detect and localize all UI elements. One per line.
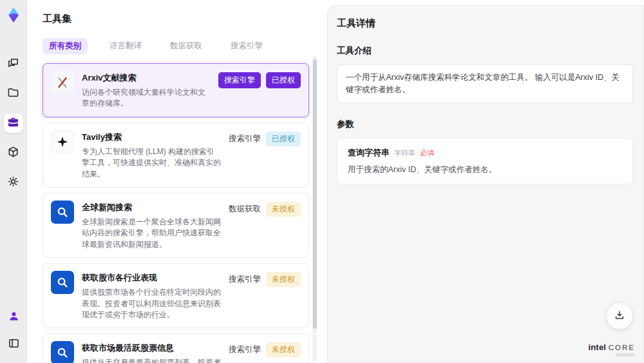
download-icon: [614, 309, 625, 323]
tool-description: 专为人工智能代理 (LLM) 构建的搜索引擎工具，可快速提供实时、准确和真实的结…: [82, 146, 221, 180]
status-badge: 未授权: [266, 202, 301, 217]
tool-tags: 搜索引擎未授权: [229, 341, 301, 363]
chat-icon: [7, 57, 19, 72]
user-avatar[interactable]: [4, 308, 23, 327]
scrollbar-thumb[interactable]: [313, 59, 317, 329]
category-label: 数据获取: [229, 202, 261, 217]
briefcase-icon: [7, 116, 19, 131]
brand-sub-mark: [616, 353, 635, 357]
blue-search-icon: [51, 201, 74, 224]
tool-details-panel: 工具详情 工具介绍 一个用于从Arxiv存储库搜索科学论文和文章的工具。 输入可…: [327, 5, 644, 363]
tool-card[interactable]: Arxiv文献搜索 访问各个研究领域大量科学论文和文章的存储库。 搜索引擎已授权: [43, 63, 309, 117]
collapse-panel-button[interactable]: [4, 335, 23, 354]
tool-description: 提供当天交易量最高的股票列表，投资者可以利用这些信息来识别流动性强的股票和潜在的…: [82, 357, 221, 363]
download-button[interactable]: [606, 302, 633, 329]
toolset-title: 工具集: [43, 13, 312, 25]
tavily-icon: [51, 130, 74, 153]
tool-tags: 数据获取未授权: [229, 201, 301, 250]
details-title: 工具详情: [337, 17, 633, 30]
blue-search-icon: [51, 271, 74, 294]
arxiv-icon: [51, 71, 74, 94]
intro-text-box: 一个用于从Arxiv存储库搜索科学论文和文章的工具。 输入可以是Arxiv ID…: [337, 64, 633, 103]
panel-collapse-icon: [8, 337, 20, 352]
tool-title: Tavily搜索: [82, 132, 221, 143]
tool-tags: 搜索引擎已授权: [218, 71, 301, 110]
tool-description: 提供股票市场各个行业在特定时间段内的表现。投资者可以利用这些信息来识别表现优于或…: [82, 287, 221, 320]
tool-card[interactable]: Tavily搜索 专为人工智能代理 (LLM) 构建的搜索引擎工具，可快速提供实…: [43, 123, 309, 188]
tool-card[interactable]: 获取股市各行业表现 提供股票市场各个行业在特定时间段内的表现。投资者可以利用这些…: [43, 263, 309, 328]
brand-core-text: CORE: [609, 344, 635, 351]
parameter-required-badge: 必填: [420, 148, 434, 158]
sidebar-nav: [4, 54, 23, 192]
sidebar-item-settings[interactable]: [4, 173, 23, 192]
sidebar-bottom: [0, 308, 27, 354]
intel-core-logo: intel CORE: [588, 342, 635, 357]
gear-icon: [7, 175, 19, 190]
tool-card-list: Arxiv文献搜索 访问各个研究领域大量科学论文和文章的存储库。 搜索引擎已授权…: [43, 63, 309, 363]
tool-title: 全球新闻搜索: [82, 202, 221, 213]
status-badge: 已授权: [266, 132, 301, 146]
category-label: 搜索引擎: [229, 132, 261, 146]
app-window: 工具集 所有类别语言翻译数据获取搜索引擎 Arxiv文献搜索 访问各个研究领域大…: [0, 0, 644, 363]
folder-icon: [7, 86, 19, 101]
status-badge: 未授权: [266, 272, 301, 287]
sidebar-rail: [0, 0, 27, 363]
parameter-card: 查询字符串 字符串 必填 用于搜索的Arxiv ID、关键字或作者姓名。: [337, 138, 633, 184]
sidebar-item-tools[interactable]: [4, 113, 23, 133]
sidebar-item-models[interactable]: [4, 143, 23, 162]
tool-card[interactable]: 获取市场最活跃股票信息 提供当天交易量最高的股票列表，投资者可以利用这些信息来识…: [43, 333, 309, 363]
tool-tags: 搜索引擎未授权: [229, 271, 301, 320]
parameter-description: 用于搜索的Arxiv ID、关键字或作者姓名。: [348, 164, 622, 175]
status-badge: 已授权: [266, 72, 301, 88]
sidebar-item-chat[interactable]: [4, 54, 23, 74]
intro-heading: 工具介绍: [337, 45, 633, 57]
tool-title: 获取股市各行业表现: [82, 272, 221, 284]
category-label: 搜索引擎: [229, 342, 261, 357]
toolset-pane: 工具集 所有类别语言翻译数据获取搜索引擎 Arxiv文献搜索 访问各个研究领域大…: [27, 0, 327, 363]
blue-search-icon: [51, 341, 74, 363]
tool-title: Arxiv文献搜索: [82, 72, 211, 84]
category-label: 搜索引擎: [229, 272, 261, 287]
tool-card[interactable]: 全球新闻搜索 全球新闻搜索是一个聚合全球各大新闻网站内容的搜索引擎，帮助用户快速…: [43, 193, 309, 258]
parameter-type: 字符串: [394, 148, 415, 158]
status-badge: 未授权: [266, 342, 301, 357]
tool-tags: 搜索引擎已授权: [229, 130, 301, 180]
category-badge: 搜索引擎: [218, 72, 261, 88]
tool-description: 全球新闻搜索是一个聚合全球各大新闻网站内容的搜索引擎，帮助用户快速获取全球最新资…: [82, 217, 221, 250]
tab-category-1[interactable]: 语言翻译: [103, 38, 148, 54]
tool-title: 获取市场最活跃股票信息: [82, 342, 221, 354]
params-heading: 参数: [337, 119, 633, 130]
sidebar-item-files[interactable]: [4, 84, 23, 103]
app-logo-icon: [5, 6, 22, 23]
parameter-name: 查询字符串: [348, 147, 390, 159]
tool-description: 访问各个研究领域大量科学论文和文章的存储库。: [82, 87, 211, 110]
tab-category-2[interactable]: 数据获取: [164, 38, 209, 54]
avatar-icon: [8, 310, 20, 325]
list-scrollbar[interactable]: [312, 55, 317, 362]
category-tabs: 所有类别语言翻译数据获取搜索引擎: [43, 38, 312, 54]
brand-intel-text: intel: [588, 342, 606, 352]
cube-icon: [7, 146, 19, 161]
tab-category-0[interactable]: 所有类别: [43, 38, 88, 54]
tab-category-3[interactable]: 搜索引擎: [224, 38, 269, 54]
